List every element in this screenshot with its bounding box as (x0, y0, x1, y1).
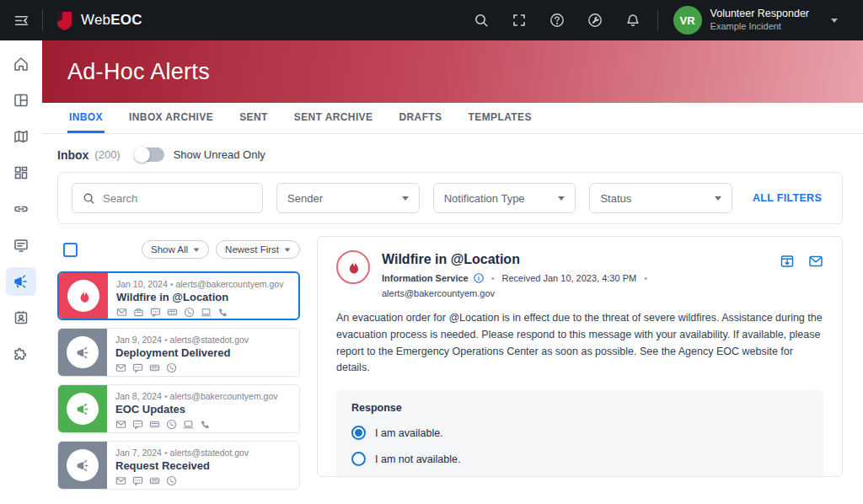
alert-list-item[interactable]: Jan 9, 2024•alerts@statedot.govDeploymen… (57, 328, 300, 377)
sort-order-label: Newest First (225, 244, 279, 255)
collapse-menu-button[interactable] (0, 0, 42, 40)
dot-separator: • (491, 273, 495, 283)
response-option-available[interactable]: I am available. (351, 426, 808, 440)
detail-title: Wildfire in @Location (382, 252, 768, 267)
radio-button[interactable] (351, 452, 366, 466)
sort-order-pill[interactable]: Newest First (216, 240, 300, 259)
tab-templates[interactable]: TEMPLATES (467, 103, 533, 133)
response-panel: Response I am available. I am not availa… (336, 390, 823, 477)
user-name: Volunteer Responder (710, 8, 809, 21)
display-board-icon (6, 231, 36, 260)
admin-tools-icon[interactable] (587, 13, 603, 28)
select-all-checkbox[interactable] (63, 243, 78, 257)
help-icon[interactable] (549, 13, 565, 28)
desktop-icon (183, 419, 194, 430)
tab-drafts[interactable]: DRAFTS (397, 103, 443, 133)
received-timestamp: Received Jan 10, 2023, 4:30 PM (502, 273, 637, 283)
megaphone-icon (67, 393, 99, 425)
sms-icon (132, 362, 143, 373)
sidebar-item-links[interactable] (0, 192, 42, 226)
sidebar-item-home[interactable] (0, 47, 42, 81)
alert-title: EOC Updates (115, 403, 291, 416)
link-icon (6, 195, 36, 223)
alert-avatar (59, 273, 108, 319)
mail-icon[interactable] (808, 254, 823, 269)
search-icon (83, 192, 95, 205)
tab-sent[interactable]: SENT (238, 103, 270, 133)
chevron-down-icon (285, 248, 291, 251)
alert-sender: alerts@bakercountyem.gov (175, 279, 283, 289)
search-icon[interactable] (474, 13, 489, 28)
email-icon (115, 419, 126, 430)
dot-separator: • (164, 448, 168, 458)
sidebar-item-alerts[interactable] (0, 265, 42, 298)
search-field[interactable] (72, 183, 263, 213)
desktop-icon (201, 307, 212, 318)
puzzle-icon (6, 340, 36, 368)
dot-separator: • (164, 391, 168, 401)
show-unread-toggle[interactable] (136, 147, 164, 162)
all-filters-button[interactable]: ALL FILTERS (753, 192, 822, 204)
sidebar-item-contacts[interactable] (0, 301, 42, 335)
topbar-divider (42, 9, 43, 31)
alert-sender: alerts@bakercountyem.gov (170, 391, 278, 401)
home-icon (6, 50, 36, 78)
alert-avatar (58, 385, 107, 432)
delivery-channels (115, 475, 291, 486)
alert-sender: alerts@statedot.gov (170, 448, 249, 458)
contact-badge-icon (6, 303, 36, 332)
tab-sent-archive[interactable]: SENT ARCHIVE (292, 103, 375, 133)
chevron-down-icon (194, 248, 200, 251)
status-select-label: Status (600, 192, 631, 205)
alert-avatar (58, 329, 107, 376)
tty-icon (149, 419, 160, 430)
sidebar-item-apps[interactable] (0, 156, 42, 190)
page-title: Ad-Hoc Alerts (67, 59, 210, 85)
alert-detail-pane: Wildfire in @Location Information Servic… (317, 236, 843, 477)
chevron-down-icon (402, 196, 409, 201)
tab-bar: INBOX INBOX ARCHIVE SENT SENT ARCHIVE DR… (42, 103, 863, 134)
dot-separator: • (644, 273, 647, 283)
response-option-not-available[interactable]: I am not available. (351, 452, 808, 466)
detail-message-body: An evacuation order for @Location is in … (336, 310, 823, 377)
notification-type-select[interactable]: Notification Type (433, 183, 576, 213)
sidebar-item-maps[interactable] (0, 120, 42, 153)
email-icon (115, 475, 126, 486)
alert-list-item[interactable]: Jan 7, 2024•alerts@statedot.govRequest R… (57, 441, 300, 490)
info-icon[interactable] (474, 273, 484, 283)
alert-sender: alerts@statedot.gov (170, 335, 249, 345)
tab-inbox-archive[interactable]: INBOX ARCHIVE (127, 103, 215, 133)
status-select[interactable]: Status (589, 183, 732, 213)
tty-icon (149, 362, 160, 373)
radio-label: I am not available. (375, 453, 460, 465)
alert-list-item[interactable]: Jan 10, 2024•alerts@bakercountyem.govWil… (57, 271, 300, 320)
webeoc-logo[interactable]: WebEOC (56, 11, 142, 30)
megaphone-icon (67, 336, 99, 368)
apps-grid-icon (6, 158, 36, 187)
radio-button[interactable] (351, 426, 366, 440)
alert-list-item[interactable]: Jan 8, 2024•alerts@bakercountyem.govEOC … (57, 384, 300, 433)
sidebar-item-display-boards[interactable] (0, 228, 42, 262)
show-all-filter-pill[interactable]: Show All (142, 240, 209, 259)
sender-select[interactable]: Sender (276, 183, 420, 213)
tab-inbox[interactable]: INBOX (67, 103, 105, 133)
search-input[interactable] (103, 192, 252, 205)
tty-icon (167, 307, 178, 318)
show-all-label: Show All (151, 244, 188, 255)
notifications-bell-icon[interactable] (625, 13, 641, 28)
fullscreen-icon[interactable] (512, 13, 527, 28)
page-header-banner: Ad-Hoc Alerts (42, 40, 863, 103)
whatsapp-icon (166, 362, 177, 373)
whatsapp-icon (184, 307, 195, 318)
user-menu[interactable]: VR Volunteer Responder Example Incident (673, 6, 851, 35)
left-sidebar (0, 40, 42, 504)
whatsapp-icon (166, 475, 177, 486)
sidebar-item-plugins[interactable] (0, 337, 42, 371)
archive-icon[interactable] (780, 254, 795, 269)
sidebar-item-boards[interactable] (0, 83, 42, 117)
delivery-channels (115, 362, 291, 373)
alert-list: Show All Newest First Jan 10, 2024•alert… (57, 236, 300, 497)
chevron-down-icon (715, 196, 721, 201)
fax-icon (133, 307, 144, 318)
chevron-down-icon (558, 196, 565, 201)
